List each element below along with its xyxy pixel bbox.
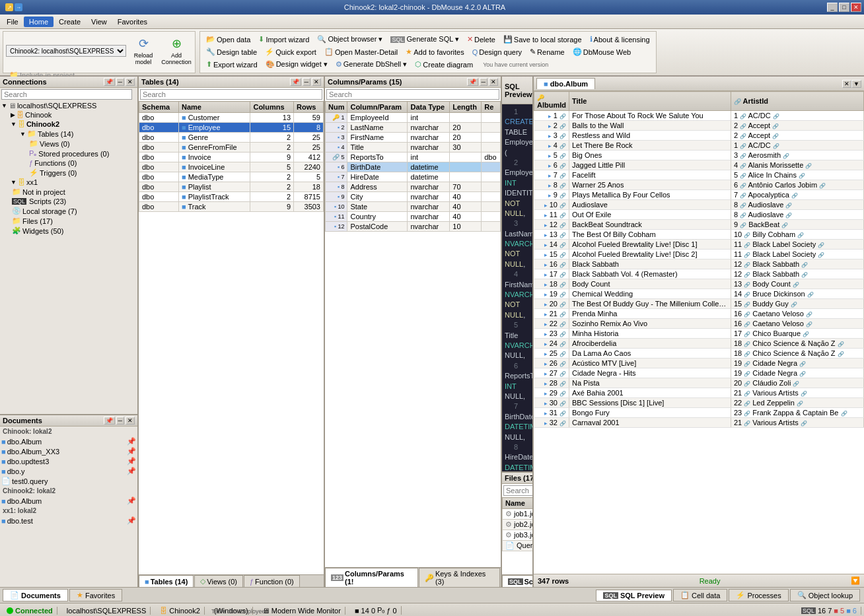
tree-chinook[interactable]: ▶ 🗄 Chinook [0,110,137,120]
album-row[interactable]: ▸ 18 🔗 Body Count 13 🔗 Body Count 🔗 [534,279,864,289]
col-columns[interactable]: Columns [250,102,294,113]
tree-not-in-project[interactable]: 📁 Not in project [0,187,137,197]
col-row[interactable]: ▪ 8 Address nvarchar 70 [326,182,501,192]
quick-access-1[interactable]: ↗ [5,3,13,11]
album-row[interactable]: ▸ 12 🔗 BackBeat Soundtrack 9 🔗 BackBeat … [534,220,864,230]
reload-model-button[interactable]: ⟳ Reloadmodel [129,33,158,69]
tree-functions[interactable]: ƒ Functions (0) [0,158,137,168]
table-row[interactable]: dbo ■ Employee 15 8 [139,123,324,133]
col-colname[interactable]: Column/Param [347,102,408,113]
album-row[interactable]: ▸ 21 🔗 Prenda Minha 16 🔗 Caetano Veloso … [534,309,864,319]
album-row[interactable]: ▸ 4 🔗 Let There Be Rock 1 🔗 AC/DC 🔗 [534,141,864,151]
album-row[interactable]: ▸ 25 🔗 Da Lama Ao Caos 18 🔗 Chico Scienc… [534,349,864,359]
album-row[interactable]: ▸ 7 🔗 Facelift 5 🔗 Alice In Chains 🔗 [534,170,864,180]
album-row[interactable]: ▸ 10 🔗 Audioslave 8 🔗 Audioslave 🔗 [534,200,864,210]
col-row[interactable]: 🔗 5 ReportsTo int dbo [326,153,501,162]
doc-album-xx3[interactable]: ■ dbo.Album_XX3 📌 [0,446,137,456]
doc-xx1-test[interactable]: ■ dbo.test 📌 [0,516,137,526]
tables-pin[interactable]: 📌 [290,78,301,86]
table-row[interactable]: dbo ■ PlaylistTrack 2 8715 [139,192,324,202]
add-connection-button[interactable]: ⊕ AddConnection [161,33,192,69]
server-expand[interactable]: ▼ [1,102,7,109]
about-licensing-button[interactable]: ℹ About & licensing [587,33,653,46]
tree-chinook2[interactable]: ▼ 🗄 Chinook2 [0,120,137,129]
dbmouse-web-button[interactable]: 🌐 DbMouse Web [569,46,635,58]
xx1-expand[interactable]: ▼ [11,179,17,186]
generate-sql-button[interactable]: SQL Generate SQL ▾ [387,33,462,46]
table-row[interactable]: dbo ■ InvoiceLine 5 2240 [139,162,324,172]
album-row[interactable]: ▸ 11 🔗 Out Of Exile 8 🔗 Audioslave 🔗 [534,210,864,220]
doc-updtest[interactable]: ■ dbo.updtest3 📌 [0,456,137,466]
album-col-id[interactable]: 🔑 AlbumId [534,92,569,111]
table-row[interactable]: dbo ■ Invoice 9 412 [139,153,324,162]
table-row[interactable]: dbo ■ Genre 2 25 [139,133,324,143]
doc-query[interactable]: 📄 test0.query [0,476,137,486]
conn-pin-btn[interactable]: 📌 [104,78,115,86]
tree-stored[interactable]: Pₒ Stored procedures (0) [0,149,137,158]
album-row[interactable]: ▸ 20 🔗 The Best Of Buddy Guy - The Mille… [534,299,864,309]
open-data-button[interactable]: 📂 Open data [203,33,254,46]
album-row[interactable]: ▸ 5 🔗 Big Ones 3 🔗 Aerosmith 🔗 [534,151,864,160]
album-row[interactable]: ▸ 29 🔗 Axé Bahia 2001 21 🔗 Various Artis… [534,388,864,398]
album-row[interactable]: ▸ 31 🔗 Bongo Fury 23 🔗 Frank Zappa & Cap… [534,408,864,418]
save-local-button[interactable]: 💾 Save to local storage [500,33,585,46]
tables-search[interactable] [140,89,322,100]
tables-expand[interactable]: ▼ [20,131,26,137]
menu-file[interactable]: File [1,17,24,27]
album-row[interactable]: ▸ 24 🔗 Afrociberdelia 18 🔗 Chico Science… [534,339,864,349]
album-row[interactable]: ▸ 6 🔗 Jagged Little Pill 4 🔗 Alanis Mori… [534,160,864,170]
tab-function[interactable]: ƒ Function (0) [244,575,300,587]
create-diagram-button[interactable]: ⬡ Create diagram [412,58,476,71]
tab-tables[interactable]: ■ Tables (14) [139,575,194,587]
album-row[interactable]: ▸ 32 🔗 Carnaval 2001 21 🔗 Various Artist… [534,418,864,428]
design-query-button[interactable]: Q Design query [469,46,525,58]
tree-widgets[interactable]: 🧩 Widgets (50) [0,226,137,236]
tab-keys[interactable]: 🔑 Keys & Indexes (3) [419,568,500,587]
col-row[interactable]: ▪ 6 BirthDate datetime [326,162,501,172]
tree-server[interactable]: ▼ 🖥 localhost\SQLEXPRESS [0,101,137,110]
close-button[interactable]: ✕ [851,3,861,12]
open-master-button[interactable]: 📋 Open Master-Detail [321,46,401,58]
album-row[interactable]: ▸ 23 🔗 Minha Historia 17 🔗 Chico Buarque… [534,329,864,339]
quick-export-button[interactable]: ⚡ Quick export [262,46,320,58]
menu-favorites[interactable]: Favorites [112,17,153,27]
tables-close[interactable]: ✕ [312,78,321,86]
connection-dropdown[interactable]: Chinook2: localhost\SQLEXPRESS [6,45,126,57]
cell-data-tab[interactable]: 📋 Cell data [673,589,727,601]
col-re[interactable]: Re [482,102,501,113]
album-row[interactable]: ▸ 19 🔗 Chemical Wedding 14 🔗 Bruce Dicki… [534,289,864,299]
album-close[interactable]: ✕ [842,80,851,88]
album-row[interactable]: ▸ 9 🔗 Plays Metallica By Four Cellos 7 🔗… [534,190,864,200]
col-row[interactable]: ▪ 3 FirstName nvarchar 20 [326,133,501,143]
conn-minimize-btn[interactable]: ─ [116,78,124,86]
cols-min[interactable]: ─ [480,78,487,86]
tree-local-storage[interactable]: 💿 Local storage (7) [0,206,137,216]
tree-xx1[interactable]: ▼ 🗄 xx1 [0,178,137,187]
cols-pin[interactable]: 📌 [467,78,478,86]
album-row[interactable]: ▸ 15 🔗 Alcohol Fueled Brewtality Live! [… [534,250,864,259]
tree-scripts[interactable]: SQL Scripts (23) [0,197,137,206]
tree-views[interactable]: 📁 Views (0) [0,139,137,149]
docs-pin-btn[interactable]: 📌 [104,417,115,425]
album-row[interactable]: ▸ 1 🔗 For Those About To Rock We Salute … [534,111,864,121]
col-dtype[interactable]: Data Type [408,102,450,113]
sql-preview-tab[interactable]: SQL SQL Preview [596,590,672,601]
album-row[interactable]: ▸ 3 🔗 Restless and Wild 2 🔗 Accept 🔗 [534,131,864,141]
table-row[interactable]: dbo ■ Playlist 2 18 [139,182,324,192]
col-row[interactable]: ▪ 4 Title nvarchar 30 [326,143,501,153]
cols-close[interactable]: ✕ [489,78,498,86]
export-wizard-button[interactable]: ⬆ Export wizard [203,58,261,71]
docs-close-btn[interactable]: ✕ [126,417,135,425]
col-schema[interactable]: Schema [139,102,179,113]
col-row[interactable]: 🔑 1 EmployeeId int [326,113,501,123]
menu-create[interactable]: Create [54,17,86,27]
delete-button[interactable]: ✕ Delete [464,33,499,46]
col-row[interactable]: ▪ 9 City nvarchar 40 [326,192,501,202]
add-favorites-button[interactable]: ★ Add to favorites [402,46,467,58]
restore-button[interactable]: □ [839,3,849,12]
col-num[interactable]: Num [326,102,347,113]
conn-close-btn[interactable]: ✕ [126,78,135,86]
album-row[interactable]: ▸ 13 🔗 The Best Of Billy Cobham 10 🔗 Bil… [534,230,864,240]
chinook-expand[interactable]: ▶ [11,112,15,118]
col-length[interactable]: Length [450,102,482,113]
